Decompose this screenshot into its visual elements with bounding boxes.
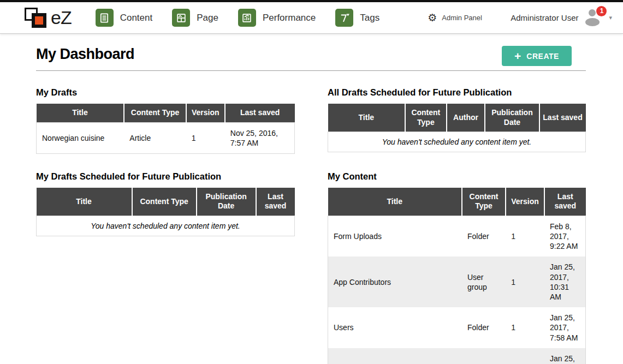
table-row[interactable]: App Contributors User group 1 Jan 25, 20… xyxy=(328,256,586,307)
my-content-table: Title Content Type Version Last saved Fo… xyxy=(328,188,586,364)
user-avatar[interactable]: 1 xyxy=(584,9,603,27)
table-row[interactable]: Form Uploads Folder 1 Feb 8, 2017, 9:22 … xyxy=(328,216,586,256)
cell-content-type: User group xyxy=(462,256,506,307)
nav-label-performance: Performance xyxy=(263,13,316,23)
column-header: Title xyxy=(328,104,406,132)
nav-label-page: Page xyxy=(197,13,218,23)
notification-badge[interactable]: 1 xyxy=(596,6,607,16)
column-header: Title xyxy=(37,188,132,216)
column-header: Title xyxy=(328,188,462,216)
gear-icon: ⚙ xyxy=(428,13,437,23)
column-header: Last saved xyxy=(256,188,295,216)
cell-last-saved: Jan 25, 2017, 7:58 AM xyxy=(544,307,586,348)
column-header: Content Type xyxy=(124,104,186,122)
section-title-my-drafts: My Drafts xyxy=(36,87,295,98)
header: eZ Content Pag xyxy=(0,2,623,34)
empty-message: You haven't scheduled any content item y… xyxy=(328,132,586,152)
performance-icon xyxy=(238,9,256,27)
admin-panel-label: Admin Panel xyxy=(442,14,482,22)
column-header: Publication Date xyxy=(485,104,539,132)
dashboard-grid: My Drafts Title Content Type Version Las… xyxy=(36,87,586,364)
create-button[interactable]: + CREATE xyxy=(502,46,572,66)
nav-item-content[interactable]: Content xyxy=(96,9,153,27)
empty-message: You haven't scheduled any content item y… xyxy=(37,216,295,236)
chevron-down-icon[interactable]: ▾ xyxy=(609,14,612,21)
avatar-icon xyxy=(589,9,596,16)
cell-version: 1 xyxy=(186,122,225,153)
cell-title: Form Uploads xyxy=(328,216,462,256)
section-my-content: My Content Title Content Type Version La… xyxy=(328,171,586,364)
cell-last-saved: Nov 25, 2016, 7:57 AM xyxy=(225,122,295,153)
cell-content-type: Folder xyxy=(462,348,506,364)
tags-icon xyxy=(335,9,353,27)
my-drafts-scheduled-table: Title Content Type Publication Date Last… xyxy=(36,188,295,236)
cell-version: 1 xyxy=(506,256,544,307)
section-title-my-content: My Content xyxy=(328,171,586,182)
section-title-all-drafts-scheduled: All Drafts Scheduled for Future Publicat… xyxy=(328,87,586,98)
ez-logo-icon xyxy=(25,7,49,29)
user-name: Administrator User xyxy=(511,13,578,22)
table-row[interactable]: Norwegian cuisine Article 1 Nov 25, 2016… xyxy=(37,122,295,153)
nav-item-page[interactable]: Page xyxy=(172,9,218,27)
column-header: Last saved xyxy=(544,188,586,216)
empty-row: You haven't scheduled any content item y… xyxy=(328,132,586,152)
cell-title: App xyxy=(328,348,462,364)
nav-item-tags[interactable]: Tags xyxy=(335,9,379,27)
column-header: Last saved xyxy=(225,104,295,122)
ez-logo-text: eZ xyxy=(51,7,72,28)
section-my-drafts-scheduled: My Drafts Scheduled for Future Publicati… xyxy=(36,171,295,364)
ez-logo[interactable]: eZ xyxy=(25,7,72,29)
cell-content-type: Folder xyxy=(462,307,506,348)
column-header: Version xyxy=(506,188,544,216)
cell-version: 1 xyxy=(506,348,544,364)
column-header: Content Type xyxy=(132,188,197,216)
cell-title: Norwegian cuisine xyxy=(37,122,124,153)
nav-label-tags: Tags xyxy=(360,13,379,23)
column-header: Content Type xyxy=(462,188,506,216)
column-header: Content Type xyxy=(405,104,447,132)
section-my-drafts: My Drafts Title Content Type Version Las… xyxy=(36,87,295,154)
nav-label-content: Content xyxy=(120,13,153,23)
cell-title: App Contributors xyxy=(328,256,462,307)
column-header: Last saved xyxy=(539,104,586,132)
section-all-drafts-scheduled: All Drafts Scheduled for Future Publicat… xyxy=(328,87,586,154)
cell-version: 1 xyxy=(506,307,544,348)
empty-row: You haven't scheduled any content item y… xyxy=(37,216,295,236)
dashboard-content: My Dashboard + CREATE My Drafts Title Co… xyxy=(0,34,623,364)
plus-icon: + xyxy=(514,50,521,62)
table-row[interactable]: App Folder 1 Jan 25, 2017, 7:55 AM xyxy=(328,348,586,364)
column-header: Title xyxy=(37,104,124,122)
cell-last-saved: Feb 8, 2017, 9:22 AM xyxy=(544,216,586,256)
cell-version: 1 xyxy=(506,216,544,256)
user-area: Administrator User 1 ▾ xyxy=(511,9,612,27)
page-icon xyxy=(172,9,190,27)
my-drafts-table: Title Content Type Version Last saved No… xyxy=(36,104,295,154)
admin-panel-button[interactable]: ⚙ Admin Panel xyxy=(428,13,482,23)
all-drafts-scheduled-table: Title Content Type Author Publication Da… xyxy=(328,104,586,152)
title-row: My Dashboard + CREATE xyxy=(36,46,586,71)
column-header: Publication Date xyxy=(197,188,256,216)
nav-item-performance[interactable]: Performance xyxy=(238,9,316,27)
column-header: Author xyxy=(447,104,485,132)
cell-last-saved: Jan 25, 2017, 10:31 AM xyxy=(544,256,586,307)
main-nav: Content Page xyxy=(96,9,380,27)
section-title-my-drafts-scheduled: My Drafts Scheduled for Future Publicati… xyxy=(36,171,295,182)
table-row[interactable]: Users Folder 1 Jan 25, 2017, 7:58 AM xyxy=(328,307,586,348)
cell-last-saved: Jan 25, 2017, 7:55 AM xyxy=(544,348,586,364)
cell-content-type: Folder xyxy=(462,216,506,256)
cell-title: Users xyxy=(328,307,462,348)
column-header: Version xyxy=(186,104,225,122)
content-icon xyxy=(96,9,114,27)
cell-content-type: Article xyxy=(124,122,186,153)
